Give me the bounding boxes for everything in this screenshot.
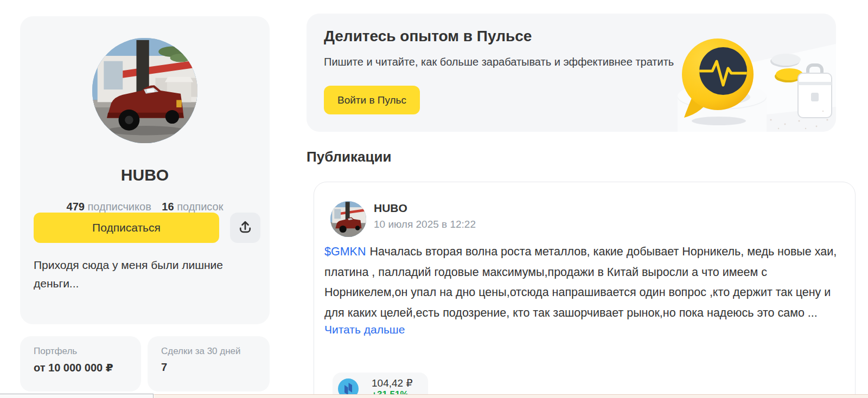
horizontal-scrollbar[interactable] bbox=[0, 394, 154, 398]
stat-label: Портфель bbox=[34, 346, 77, 357]
followers-label: подписчиков bbox=[87, 201, 151, 213]
following-label: подписок bbox=[177, 201, 223, 213]
followers-count: 479 bbox=[67, 201, 85, 213]
ticker-link-gmkn[interactable]: $GMKN bbox=[324, 245, 366, 258]
share-upload-icon bbox=[237, 219, 253, 237]
window-bottom-edge bbox=[154, 394, 868, 398]
profile-avatar bbox=[92, 38, 197, 143]
share-button[interactable] bbox=[230, 213, 260, 243]
post-body: $GMKNНачалась вторая волна роста металло… bbox=[324, 242, 837, 323]
publications-heading: Публикации bbox=[307, 149, 391, 165]
profile-card: HUBO 479 подписчиков 16 подписок Подписа… bbox=[20, 16, 270, 324]
profile-bio: Приходя сюда у меня были лишние деньги..… bbox=[34, 256, 256, 293]
following-count: 16 bbox=[162, 201, 174, 213]
profile-follow-stats: 479 подписчиков 16 подписок bbox=[20, 201, 270, 213]
stat-card-portfolio: Портфель от 10 000 000 ₽ bbox=[20, 336, 141, 391]
post-card: HUBO 10 июля 2025 в 12:22 $GMKNНачалась … bbox=[314, 182, 856, 398]
enter-pulse-button[interactable]: Войти в Пульс bbox=[324, 86, 420, 114]
subscribe-button[interactable]: Подписаться bbox=[34, 213, 219, 243]
stat-value: от 10 000 000 ₽ bbox=[34, 361, 113, 374]
read-more-link[interactable]: Читать дальше bbox=[324, 323, 405, 336]
stat-label: Сделки за 30 дней bbox=[161, 346, 241, 357]
stat-value: 7 bbox=[161, 361, 167, 374]
pulse-3d-illustration bbox=[662, 14, 836, 132]
instrument-price: 104,42 ₽ bbox=[372, 377, 412, 389]
profile-name: HUBO bbox=[20, 166, 270, 184]
post-timestamp: 10 июля 2025 в 12:22 bbox=[374, 219, 476, 230]
post-author-avatar[interactable] bbox=[330, 201, 366, 237]
banner-title: Делитесь опытом в Пульсе bbox=[324, 28, 532, 45]
pulse-promo-banner: Делитесь опытом в Пульсе Пишите и читайт… bbox=[307, 14, 836, 132]
banner-subtitle: Пишите и читайте, как больше зарабатыват… bbox=[324, 56, 674, 68]
post-author-name[interactable]: HUBO bbox=[374, 202, 407, 215]
pulse-profile-page: HUBO 479 подписчиков 16 подписок Подписа… bbox=[0, 0, 868, 398]
stat-card-deals: Сделки за 30 дней 7 bbox=[148, 336, 270, 391]
